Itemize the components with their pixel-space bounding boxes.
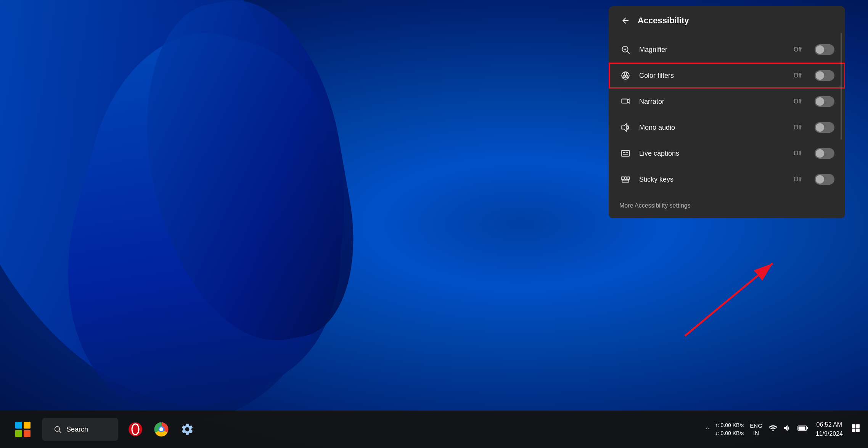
magnifier-status: Off	[794, 46, 802, 53]
svg-marker-8	[622, 124, 626, 131]
magnifier-label: Magnifier	[639, 46, 786, 54]
mono-audio-toggle[interactable]	[815, 122, 834, 133]
panel-header: Accessibility	[609, 6, 845, 34]
narrator-label: Narrator	[639, 98, 786, 106]
magnifier-toggle[interactable]	[815, 44, 834, 55]
wifi-icon[interactable]	[768, 424, 778, 435]
taskbar-apps	[124, 418, 198, 440]
taskbar-system-icons	[768, 424, 808, 435]
svg-rect-37	[856, 429, 860, 432]
narrator-status: Off	[794, 98, 802, 105]
network-speed-indicator: ↑: 0.00 KB/s ↓: 0.00 KB/s	[715, 421, 744, 437]
taskbar-search[interactable]: Search	[42, 418, 118, 441]
panel-item-color-filters: Color filters Off	[609, 63, 845, 89]
magnifier-toggle-knob	[816, 45, 824, 54]
color-filters-toggle[interactable]	[815, 70, 834, 81]
panel-title: Accessibility	[638, 16, 689, 26]
sticky-keys-toggle-knob	[816, 175, 824, 184]
notification-button[interactable]	[851, 424, 860, 435]
sticky-keys-label: Sticky keys	[639, 176, 786, 184]
system-tray-chevron[interactable]: ^	[706, 426, 709, 433]
sticky-keys-status: Off	[794, 176, 802, 183]
live-captions-toggle[interactable]	[815, 148, 834, 159]
svg-rect-36	[852, 429, 855, 432]
battery-icon[interactable]	[797, 424, 808, 434]
annotation-arrow	[662, 252, 792, 351]
narrator-icon	[619, 95, 632, 108]
mono-audio-status: Off	[794, 124, 802, 131]
svg-rect-14	[625, 177, 627, 180]
mono-audio-label: Mono audio	[639, 124, 786, 132]
volume-icon[interactable]	[783, 424, 792, 435]
network-speed-up: ↑: 0.00 KB/s	[715, 421, 744, 429]
svg-line-18	[685, 263, 773, 336]
svg-line-24	[59, 431, 61, 433]
desktop: Accessibility Magnifier Off	[0, 0, 868, 448]
panel-item-narrator: Narrator Off	[609, 89, 845, 114]
taskbar-app-opera[interactable]	[124, 418, 146, 440]
language-secondary: IN	[753, 429, 759, 437]
svg-rect-32	[807, 427, 808, 429]
live-captions-status: Off	[794, 150, 802, 157]
svg-rect-22	[24, 430, 31, 437]
back-button[interactable]	[619, 15, 632, 27]
taskbar-app-chrome[interactable]	[150, 418, 172, 440]
taskbar-app-settings[interactable]	[176, 418, 198, 440]
svg-point-23	[55, 427, 60, 432]
svg-rect-34	[852, 424, 855, 428]
taskbar-system-tray: ^ ↑: 0.00 KB/s ↓: 0.00 KB/s ENG IN	[706, 420, 860, 438]
language-indicator[interactable]: ENG IN	[750, 422, 762, 437]
panel-scrollbar[interactable]	[841, 33, 842, 140]
svg-line-1	[627, 52, 630, 54]
mono-audio-toggle-knob	[816, 123, 824, 132]
accessibility-panel: Accessibility Magnifier Off	[609, 6, 845, 218]
panel-item-sticky-keys: Sticky keys Off	[609, 166, 845, 192]
panel-item-live-captions: Live captions Off	[609, 140, 845, 166]
narrator-toggle-knob	[816, 97, 824, 106]
panel-item-mono-audio: Mono audio Off	[609, 114, 845, 140]
svg-rect-9	[621, 150, 630, 156]
live-captions-icon	[619, 147, 632, 160]
taskbar: Search	[0, 411, 868, 448]
start-button[interactable]	[8, 416, 38, 443]
more-accessibility-settings[interactable]: More Accessibility settings	[609, 195, 845, 218]
taskbar-time-display: 06:52 AM	[817, 420, 842, 429]
svg-point-30	[159, 427, 163, 431]
svg-rect-16	[622, 180, 628, 182]
svg-rect-13	[621, 177, 624, 180]
mono-audio-icon	[619, 121, 632, 134]
sticky-keys-toggle[interactable]	[815, 174, 834, 185]
network-speed-down: ↓: 0.00 KB/s	[715, 429, 744, 437]
svg-point-5	[623, 75, 626, 78]
color-filters-label: Color filters	[639, 72, 786, 80]
svg-rect-7	[622, 99, 627, 103]
svg-rect-35	[856, 424, 860, 428]
svg-rect-20	[24, 422, 31, 429]
color-filters-status: Off	[794, 72, 802, 79]
panel-item-magnifier: Magnifier Off	[609, 37, 845, 63]
svg-rect-21	[15, 430, 22, 437]
live-captions-toggle-knob	[816, 149, 824, 158]
taskbar-date-display: 11/9/2024	[816, 429, 843, 438]
language-primary: ENG	[750, 422, 762, 430]
sticky-keys-icon	[619, 173, 632, 185]
color-filters-toggle-knob	[816, 71, 824, 80]
svg-rect-33	[798, 427, 805, 430]
svg-rect-19	[15, 422, 22, 429]
narrator-toggle[interactable]	[815, 96, 834, 107]
color-filters-icon	[619, 69, 632, 82]
svg-point-6	[625, 75, 628, 78]
search-icon	[53, 425, 62, 433]
taskbar-search-label: Search	[66, 425, 88, 433]
taskbar-time[interactable]: 06:52 AM 11/9/2024	[816, 420, 843, 438]
magnifier-icon	[619, 44, 632, 56]
live-captions-label: Live captions	[639, 150, 786, 158]
svg-rect-15	[627, 177, 630, 180]
panel-items-list: Magnifier Off Color filters	[609, 34, 845, 195]
